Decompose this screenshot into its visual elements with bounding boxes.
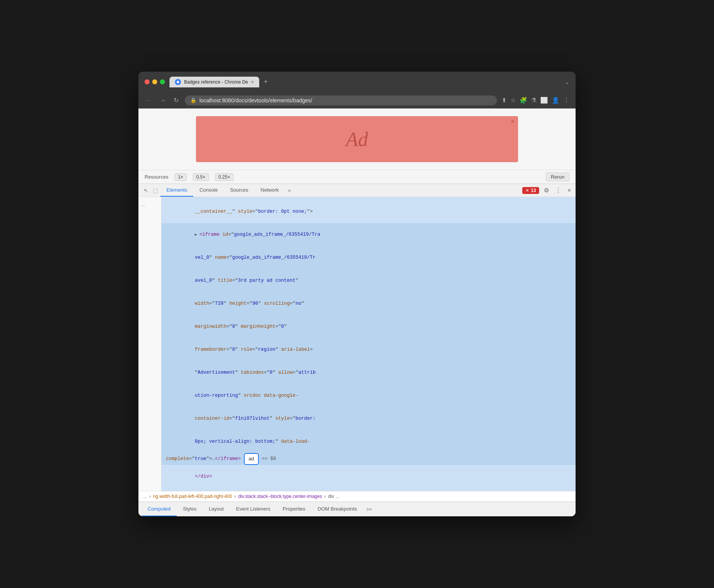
ad-text: Ad [346,128,368,151]
tab-dropdown-icon[interactable]: ⌄ [565,79,569,85]
tab-event-listeners[interactable]: Event Listeners [230,502,276,516]
breadcrumb-bar: ... › ng.width-full.pad-left-400.pad-rig… [138,491,576,502]
dom-line-7: frameborder="0" role="region" aria-label… [161,338,576,361]
dom-panel: ... __container__" style="border: 0pt no… [138,197,576,491]
back-button[interactable]: ← [145,95,154,105]
flask-icon[interactable]: ⚗ [531,97,536,104]
breadcrumb-item-2[interactable]: div.stack.stack--block.type.center-image… [238,494,322,499]
zoom-025x-button[interactable]: 0.25× [215,173,234,181]
active-tab[interactable]: Badges reference - Chrome De × [169,77,259,87]
menu-icon[interactable]: ⋮ [563,97,569,104]
dom-line-8: "Advertisement" tabindex="0" allow="attr… [161,361,576,384]
demo-controls: Resources 1× 0.5× 0.25× Rerun [138,170,576,184]
zoom-1x-button[interactable]: 1× [174,173,187,181]
tab-title: Badges reference - Chrome De [184,79,248,85]
close-button[interactable] [145,79,150,84]
url-text: localhost:8080/docs/devtools/elements/ba… [199,97,492,103]
more-bottom-tabs-icon[interactable]: >> [363,503,375,516]
devtools-tab-bar: ↖ ⬚ Elements Console Sources Network » ✕… [138,184,576,197]
tab-properties[interactable]: Properties [276,502,311,516]
breadcrumb-end-dots[interactable]: ... [336,494,339,499]
url-input[interactable]: 🔒 localhost:8080/docs/devtools/elements/… [185,95,497,105]
tab-dom-breakpoints[interactable]: DOM Breakpoints [311,502,363,516]
error-count: 13 [531,188,536,193]
breadcrumb-item-1[interactable]: ng.width-full.pad-left-400.pad-right-400 [153,494,232,499]
dom-line-5: width="728" height="90" scrolling="no" [161,292,576,315]
error-icon: ✕ [525,188,529,193]
bookmark-icon[interactable]: ☆ [510,97,516,104]
rerun-button[interactable]: Rerun [546,172,569,181]
url-bar: ← → ↻ 🔒 localhost:8080/docs/devtools/ele… [138,92,576,108]
breadcrumb-start-dots[interactable]: ... [143,494,147,499]
zoom-05x-button[interactable]: 0.5× [193,173,209,181]
dom-line-1: __container__" style="border: 0pt none;"… [166,200,571,223]
breadcrumb-item-3[interactable]: div [328,494,334,499]
tab-bar: Badges reference - Chrome De × + ⌄ [169,76,569,87]
dom-line-12: complete="true">…</iframe> ad == $0 [161,453,576,465]
sidebar-dots: ... [141,202,146,207]
ad-badge: ad [244,453,258,465]
chrome-favicon [175,79,181,85]
dom-sidebar: ... [138,197,161,491]
dom-line-3: vel_0" name="google_ads_iframe_/6355419/… [161,246,576,269]
tab-computed[interactable]: Computed [141,502,177,516]
profile-icon[interactable]: 👤 [552,97,559,104]
tab-close-icon[interactable]: × [251,79,254,85]
new-tab-button[interactable]: + [261,76,271,87]
svg-point-1 [177,81,179,83]
ad-banner: ✕ Ad [196,116,518,162]
share-icon[interactable]: ⬆ [502,97,507,104]
screen-icon[interactable]: ⬜ [540,97,548,104]
minimize-button[interactable] [152,79,157,84]
tab-elements[interactable]: Elements [160,184,193,197]
resources-label: Resources [145,174,168,180]
more-tabs-icon[interactable]: » [285,184,294,196]
inspect-icon[interactable]: ⬚ [151,184,160,197]
cursor-icon[interactable]: ↖ [141,184,151,197]
devtools-actions: ✕ 13 ⚙ ⋮ × [522,185,573,195]
more-options-icon[interactable]: ⋮ [554,185,563,195]
dom-line-9: ution-reporting" srcdoc data-google- [161,384,576,407]
tab-console[interactable]: Console [193,184,224,197]
reload-button[interactable]: ↻ [172,95,180,105]
forward-button[interactable]: → [158,95,168,105]
page-content: ✕ Ad [138,108,576,170]
maximize-button[interactable] [160,79,165,84]
tab-styles[interactable]: Styles [177,502,202,516]
devtools: ↖ ⬚ Elements Console Sources Network » ✕… [138,184,576,516]
browser-window: Badges reference - Chrome De × + ⌄ ← → ↻… [138,72,576,516]
ad-close-button[interactable]: ✕ [510,118,515,125]
tab-sources[interactable]: Sources [224,184,255,197]
dom-line-10: container-id="f1ni07lvihot" style="borde… [161,407,576,430]
dom-line-4: avel_0" title="3rd party ad content" [161,269,576,292]
dom-line-11: 0px; vertical-align: bottom;" data-load- [161,430,576,453]
close-devtools-button[interactable]: × [566,186,573,195]
dom-content[interactable]: __container__" style="border: 0pt none;"… [161,197,576,491]
dom-line-13: </div> [166,465,571,488]
lock-icon: 🔒 [190,97,196,103]
tab-layout[interactable]: Layout [202,502,230,516]
extension-icon[interactable]: 🧩 [520,97,527,104]
title-bar: Badges reference - Chrome De × + ⌄ [138,72,576,92]
tab-network[interactable]: Network [255,184,285,197]
bottom-tabs: Computed Styles Layout Event Listeners P… [138,502,576,516]
traffic-lights [145,79,165,84]
settings-icon[interactable]: ⚙ [542,185,551,195]
dom-line-6: marginwidth="0" marginheight="0" [161,315,576,338]
error-badge[interactable]: ✕ 13 [522,187,539,194]
url-actions: ⬆ ☆ 🧩 ⚗ ⬜ 👤 ⋮ [502,97,569,104]
dom-line-2: ▶ <iframe id="google_ads_iframe_/6355419… [161,223,576,246]
